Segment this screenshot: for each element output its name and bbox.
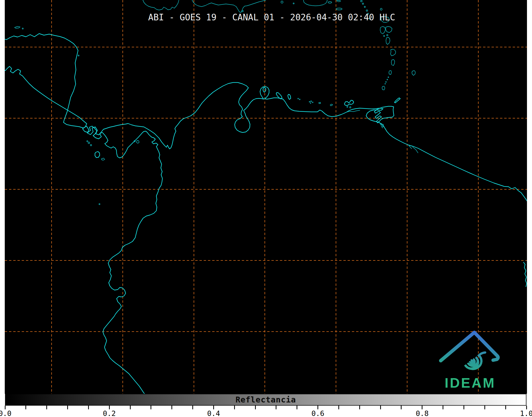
colorbar-tick-label: 0.2 <box>97 409 121 417</box>
colorbar-label: Reflectancia <box>235 395 296 404</box>
colorbar-tick <box>380 406 381 409</box>
colorbar-tick <box>151 406 151 409</box>
colorbar-tick <box>463 406 464 409</box>
satellite-map-canvas: IDEAM <box>0 0 532 394</box>
logo-wordmark: IDEAM <box>445 375 496 391</box>
colorbar-tick <box>317 406 318 409</box>
colorbar-tick <box>526 406 527 409</box>
colorbar-tick-label: 0.8 <box>410 409 434 417</box>
colorbar-tick <box>484 406 485 409</box>
colorbar-tick <box>213 406 214 409</box>
colorbar-tick <box>46 406 47 409</box>
colorbar-tick <box>171 406 172 409</box>
colorbar-tick-label: 0.0 <box>0 409 17 417</box>
map-background <box>5 0 527 394</box>
colorbar-tick <box>443 406 443 409</box>
colorbar-tick <box>88 406 89 409</box>
colorbar-tick <box>422 406 422 409</box>
colorbar-tick-label: 0.6 <box>306 409 330 417</box>
colorbar-tick <box>338 406 339 409</box>
colorbar-tick <box>401 406 402 409</box>
colorbar-tick <box>192 406 193 409</box>
reflectance-colorbar: Reflectancia <box>5 394 526 406</box>
colorbar-tick-label: 0.4 <box>202 409 225 417</box>
logo-spiral-eye <box>471 359 472 361</box>
image-title: ABI - GOES 19 - CANAL 01 - 2026-04-30 02… <box>148 12 395 22</box>
colorbar-tick <box>359 406 360 409</box>
colorbar-tick <box>109 406 110 409</box>
colorbar-tick <box>234 406 235 409</box>
colorbar-tick <box>25 406 26 409</box>
colorbar-tick <box>505 406 506 409</box>
colorbar-tick <box>255 406 256 409</box>
colorbar-tick <box>276 406 276 409</box>
colorbar-tick <box>297 406 297 409</box>
colorbar-tick <box>5 406 6 409</box>
satellite-image-viewer: { "header": { "title": "ABI - GOES 19 - … <box>0 0 532 417</box>
colorbar-tick <box>130 406 131 409</box>
colorbar-tick <box>67 406 68 409</box>
colorbar-tick-label: 1.0 <box>515 409 532 417</box>
